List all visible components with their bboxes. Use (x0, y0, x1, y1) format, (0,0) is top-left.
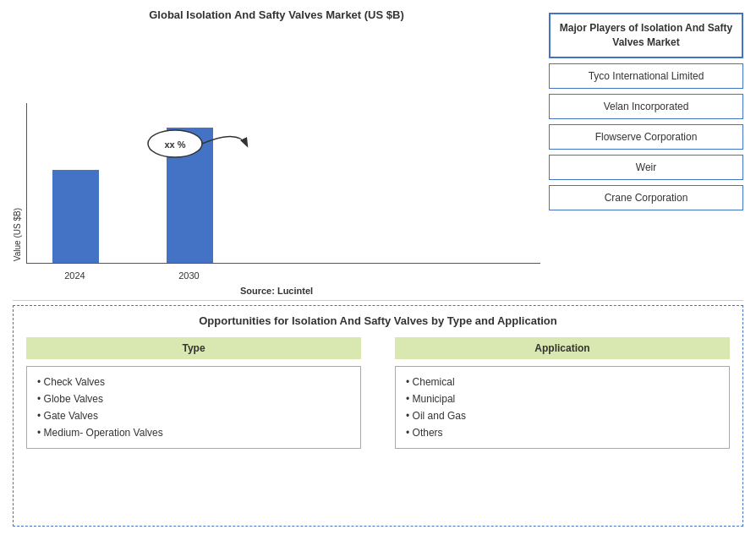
application-items: • Chemical • Municipal • Oil and Gas • O… (395, 366, 730, 449)
type-item-3: • Medium- Operation Valves (37, 424, 350, 441)
chart-plot: xx % (26, 103, 540, 282)
annotation-area: xx % (129, 120, 264, 188)
type-column: Type • Check Valves • Globe Valves • Gat… (26, 337, 361, 449)
application-header: Application (395, 337, 730, 359)
type-header: Type (26, 337, 361, 359)
bars-container: xx % (26, 103, 540, 264)
chart-wrapper: Value (US $B) xx % (13, 25, 540, 282)
player-item-3: Weir (549, 155, 743, 180)
type-items: • Check Valves • Globe Valves • Gate Val… (26, 366, 361, 449)
sidebar: Major Players of Isolation And Safty Val… (549, 8, 743, 296)
application-column: Application • Chemical • Municipal • Oil… (395, 337, 730, 449)
application-item-2: • Oil and Gas (406, 407, 719, 424)
bar-group-2024 (52, 170, 99, 263)
application-item-0: • Chemical (406, 374, 719, 390)
svg-text:xx %: xx % (164, 139, 185, 150)
bottom-section: Opportunities for Isolation And Safty Va… (13, 305, 743, 527)
player-item-0: Tyco International Limited (549, 63, 743, 89)
columns-container: Type • Check Valves • Globe Valves • Gat… (26, 337, 730, 449)
y-axis-label: Value (US $B) (13, 208, 22, 261)
player-item-4: Crane Corporation (549, 185, 743, 210)
chart-area: Global Isolation And Safty Valves Market… (13, 8, 540, 296)
x-label-2024: 2024 (52, 267, 98, 282)
svg-point-0 (148, 130, 202, 157)
bottom-title: Opportunities for Isolation And Safty Va… (26, 314, 730, 327)
source-text: Source: Lucintel (240, 286, 313, 296)
x-axis-labels: 2024 2030 (26, 267, 540, 282)
chart-title: Global Isolation And Safty Valves Market… (149, 8, 403, 21)
bar-2024 (52, 170, 99, 263)
type-item-2: • Gate Valves (37, 407, 350, 424)
section-divider (13, 300, 743, 301)
player-item-2: Flowserve Corporation (549, 124, 743, 150)
x-label-2030: 2030 (166, 267, 212, 282)
type-item-0: • Check Valves (37, 374, 350, 390)
top-section: Global Isolation And Safty Valves Market… (13, 8, 743, 296)
main-container: Global Isolation And Safty Valves Market… (0, 0, 756, 535)
sidebar-title: Major Players of Isolation And Safty Val… (549, 13, 743, 58)
application-item-3: • Others (406, 424, 719, 441)
type-item-1: • Globe Valves (37, 390, 350, 407)
application-item-1: • Municipal (406, 390, 719, 407)
player-item-1: Velan Incorporated (549, 94, 743, 119)
